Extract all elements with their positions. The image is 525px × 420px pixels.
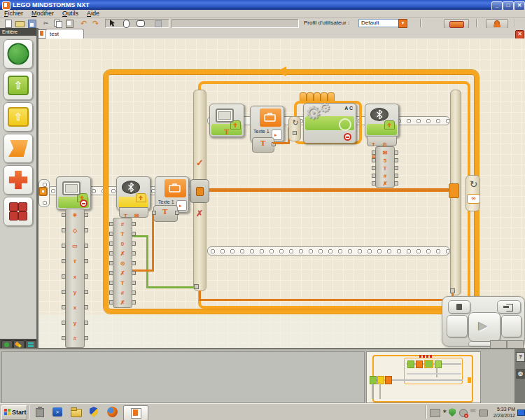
tray-clock[interactable]: 5:33 PM 2/23/2012 [486,406,515,419]
hub-port-row[interactable]: x [62,273,88,281]
wire-clamp-right[interactable] [449,183,459,198]
hub-port-row[interactable]: # [109,220,136,228]
inner-loop-port[interactable] [293,131,297,135]
port-glyph[interactable]: ✉ [134,213,139,219]
paste-button[interactable] [64,19,75,27]
hub-port-row[interactable]: ✗ [109,270,136,277]
menu-fichier[interactable]: Fichier [0,10,27,18]
scroll-left-button[interactable] [490,340,507,348]
zoom-button[interactable]: ◎ [516,369,525,379]
hub-port-row[interactable]: 5 [372,157,398,164]
redo-button[interactable]: ↷ [90,19,101,27]
hub-port-row[interactable]: # [372,172,398,180]
hub-port-row[interactable]: ✳ [62,211,88,219]
controller-nxt-window-button[interactable] [448,300,470,314]
controller-download-button[interactable] [497,300,521,314]
disabled-tool-button [153,19,163,27]
tray-flag-icon[interactable] [470,409,477,416]
switch-condition-port[interactable] [194,284,199,289]
quicklaunch-powershell-icon[interactable]: > [52,407,64,418]
bt-send-port-row[interactable]: T⊙▤ [367,136,397,146]
new-file-button[interactable] [3,19,13,27]
cut-button[interactable]: ✂ [41,19,51,27]
open-file-button[interactable] [15,19,25,27]
palette-action-button[interactable]: ⇧ [4,71,33,100]
hub-port-row[interactable]: ⊙ [109,260,136,267]
hub-port-row[interactable]: ▭ [62,242,88,250]
scroll-right-button[interactable] [507,340,524,348]
help-button[interactable]: ? [516,352,525,362]
controller-run-button[interactable]: ▶ [468,312,500,342]
controller-left-button[interactable] [447,315,468,337]
program-canvas[interactable]: ✓ ✗ ↻ ∞ ✳◇▭Txyxy [38,38,525,348]
quicklaunch-folder-icon[interactable] [70,407,82,418]
hub-port-row[interactable]: T [372,164,398,172]
variable1-plug[interactable]: T [153,205,178,222]
robo-center-button[interactable] [486,19,508,29]
start-button[interactable]: Start [1,405,27,420]
bypass-wire-seg2[interactable] [199,299,454,301]
through-wire[interactable] [208,188,451,192]
pan-tool-button[interactable] [121,19,132,27]
hub-port-row[interactable]: T [62,258,88,265]
hub-port-row[interactable]: y [62,319,88,327]
tray-disabled-icon[interactable]: x [459,409,468,417]
loop-end-tab[interactable]: ↻ ∞ [465,175,480,211]
title-bar[interactable]: LEGO MINDSTORMS NXT _ □ ✕ [0,0,525,10]
hub-port-row[interactable]: # [62,335,88,342]
hub-port-row[interactable]: ✉ [372,149,398,157]
quicklaunch-security-shield-icon[interactable] [88,407,100,418]
profile-select[interactable]: Default [358,19,401,27]
palette-advanced-button[interactable] [4,197,33,226]
display-block-2[interactable]: T [209,104,244,137]
bt-receive-port-row[interactable]: T✉ [119,207,148,218]
quicklaunch-firefox-icon[interactable] [106,407,118,418]
logic-wire-seg3[interactable] [146,286,197,288]
hub-port-row[interactable]: # [109,289,136,297]
tray-safe-icon[interactable] [430,409,440,417]
menu-aide[interactable]: Aide [83,10,104,18]
controller-right-button[interactable] [501,315,522,337]
tab-test[interactable]: test [46,29,84,39]
comment-tool-button[interactable] [135,19,146,27]
hub-port-row[interactable]: 0 [109,240,136,248]
display-block-1[interactable] [56,176,91,210]
loop-count-badge[interactable]: ∞ [467,194,480,204]
palette-sensor-button[interactable]: ⇧ [4,102,33,132]
pointer-tool-button[interactable] [107,19,118,27]
bluetooth-send-block[interactable] [365,104,399,137]
move-block[interactable]: ⚙ ⚙ A C [303,103,356,144]
tray-display-icon[interactable] [517,410,525,416]
port-glyph[interactable]: T [372,141,375,148]
bluetooth-receive-block[interactable] [116,176,150,210]
hub-port-row[interactable]: x [62,304,88,312]
profile-dropdown-arrow[interactable]: ▾ [398,19,407,28]
hub-port-row[interactable]: ✗ [109,250,136,258]
hub-port-row[interactable]: ◇ [62,227,88,234]
palette-flow-button[interactable] [4,134,33,163]
wire-clamp-left[interactable] [190,179,209,203]
task-mindstorms-button[interactable] [123,405,148,420]
save-button[interactable] [27,19,37,27]
menu-outils[interactable]: Outils [58,10,83,18]
hub-port-row[interactable]: T [109,230,136,238]
hub-port-row[interactable]: ✗ [372,180,398,188]
tray-updates-icon[interactable]: ∗ [442,408,447,414]
undo-button[interactable]: ↶ [78,19,89,27]
inner-loop-tab[interactable]: ↻ [288,116,301,141]
menu-modifier[interactable]: Modifier [27,10,58,18]
palette-common-button[interactable] [4,39,33,69]
nxt-window-button[interactable] [444,19,469,29]
variable2-plug[interactable]: T [252,137,274,153]
copy-button[interactable] [52,19,63,27]
hub-port-row[interactable]: y [62,288,88,296]
start-badge[interactable] [38,187,48,196]
minimap[interactable] [366,351,481,403]
logic-wire-seg2[interactable] [146,235,148,288]
hub-port-row[interactable]: T [109,279,136,287]
quicklaunch-devices-icon[interactable] [34,407,46,418]
hub-port-row[interactable]: ✗ [109,299,136,307]
switch-right-port[interactable] [450,288,455,293]
palette-data-button[interactable] [4,165,33,195]
tray-usb-safe-icon[interactable] [449,408,456,416]
